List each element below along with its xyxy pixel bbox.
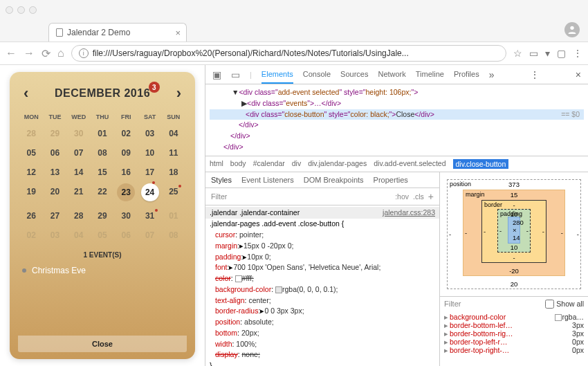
computed-properties[interactable]: ▸background-colorrgba…▸border-bottom-lef… — [440, 311, 588, 356]
css-declaration[interactable]: border-radius:▸0 0 3px 3px; — [205, 306, 439, 317]
calendar-day[interactable]: 21 — [67, 187, 91, 201]
calendar-day[interactable]: 19 — [19, 187, 43, 201]
calendar-day[interactable]: 08 — [91, 148, 114, 158]
calendar-day[interactable]: 07 — [138, 230, 161, 240]
computed-property[interactable]: ▸border-top-left-r…0px — [444, 338, 584, 346]
window-close-dot[interactable] — [6, 6, 13, 14]
calendar-day[interactable]: 31 — [138, 211, 161, 221]
calendar-day[interactable]: 24 — [141, 183, 159, 201]
styles-subtab[interactable]: Properties — [374, 176, 408, 184]
calendar-day[interactable]: 09 — [114, 148, 138, 158]
browser-tab[interactable]: Jalendar 2 Demo × — [48, 23, 187, 42]
css-source-link[interactable]: jalendar.css:283 — [383, 208, 435, 219]
breadcrumb-item[interactable]: div.jalendar-pages — [308, 159, 367, 169]
elements-tree[interactable]: ▼<div class="add-event selected" style="… — [205, 84, 588, 156]
address-bar[interactable]: i file:///Users/raguay/Dropbox%20(Person… — [71, 45, 506, 62]
css-declaration[interactable]: margin:▸15px 0 -20px 0; — [205, 241, 439, 252]
computed-filter-input[interactable]: Filter — [444, 300, 461, 308]
computed-property[interactable]: ▸border-top-right-…0px — [444, 346, 584, 354]
calendar-day[interactable]: 30 — [67, 129, 91, 138]
css-declaration[interactable]: cursor: pointer; — [205, 230, 439, 241]
css-declaration[interactable]: padding:▸10px 0; — [205, 252, 439, 263]
devtools-tab[interactable]: Sources — [340, 70, 368, 79]
devtools-tab[interactable]: Timeline — [416, 70, 444, 79]
calendar-day[interactable]: 20 — [43, 187, 66, 201]
calendar-day[interactable]: 22 — [91, 187, 114, 201]
computed-property[interactable]: ▸border-bottom-lef…3px — [444, 321, 584, 329]
menu-icon[interactable]: ⋮ — [573, 48, 582, 59]
close-icon[interactable]: × — [175, 28, 181, 38]
calendar-day[interactable]: 05 — [91, 230, 114, 240]
calendar-day[interactable]: 03 — [138, 129, 161, 138]
calendar-day[interactable]: 10 — [138, 148, 161, 158]
calendar-day[interactable]: 07 — [67, 148, 91, 158]
calendar-day[interactable]: 04 — [162, 129, 185, 138]
more-tabs-icon[interactable]: » — [489, 69, 495, 80]
styles-subtab[interactable]: Styles — [211, 176, 232, 184]
breadcrumb-item[interactable]: div.close-button — [453, 159, 509, 169]
elements-breadcrumb[interactable]: htmlbody#calendardivdiv.jalendar-pagesdi… — [205, 156, 588, 172]
forward-button[interactable]: → — [24, 47, 35, 60]
calendar-day[interactable]: 01 — [91, 129, 114, 138]
calendar-day[interactable]: 23 — [117, 183, 135, 201]
calendar-day[interactable]: 12 — [19, 167, 43, 177]
user-avatar-icon[interactable] — [564, 22, 580, 37]
breadcrumb-item[interactable]: body — [230, 159, 246, 169]
calendar-day[interactable]: 06 — [114, 230, 138, 240]
close-button[interactable]: Close — [18, 336, 187, 352]
calendar-day[interactable]: 28 — [19, 129, 43, 138]
extension-icon[interactable]: ▭ — [529, 48, 538, 59]
css-declaration[interactable]: background-color: rgba(0, 0, 0, 0.1); — [205, 284, 439, 295]
devtools-close-icon[interactable]: × — [576, 69, 581, 80]
window-max-dot[interactable] — [29, 6, 37, 14]
inspect-icon[interactable]: ▣ — [212, 69, 221, 80]
css-declaration[interactable]: font:▸700 10px 'Open Sans', 'Helvetica N… — [205, 262, 439, 273]
devtools-tab[interactable]: Elements — [261, 70, 293, 84]
calendar-day[interactable]: 16 — [114, 167, 138, 177]
cast-icon[interactable]: ▢ — [557, 48, 566, 59]
breadcrumb-item[interactable]: html — [210, 159, 223, 169]
styles-subtab[interactable]: Event Listeners — [241, 176, 294, 184]
styles-filter-input[interactable]: Filter — [211, 192, 227, 201]
back-button[interactable]: ← — [6, 47, 17, 60]
calendar-day[interactable]: 08 — [162, 230, 185, 240]
calendar-day[interactable]: 26 — [19, 211, 43, 221]
calendar-day[interactable]: 15 — [91, 167, 114, 177]
box-model-diagram[interactable]: position 373 - - 20 margin 15 - - — [440, 172, 588, 296]
calendar-day[interactable]: 06 — [43, 148, 66, 158]
calendar-day[interactable]: 17 — [138, 167, 161, 177]
calendar-day[interactable]: 25 — [162, 187, 185, 201]
breadcrumb-item[interactable]: div — [292, 159, 301, 169]
calendar-day[interactable]: 28 — [67, 211, 91, 221]
event-list-item[interactable]: Christmas Eve — [19, 262, 185, 280]
cls-toggle[interactable]: .cls — [413, 192, 424, 201]
home-button[interactable]: ⌂ — [57, 47, 64, 60]
calendar-day[interactable]: 18 — [162, 167, 185, 177]
device-icon[interactable]: ▭ — [231, 69, 240, 80]
pocket-icon[interactable]: ▾ — [545, 48, 550, 59]
calendar-day[interactable]: 30 — [114, 211, 138, 221]
styles-subtabs[interactable]: StylesEvent ListenersDOM BreakpointsProp… — [205, 172, 439, 188]
css-declaration[interactable]: width: 100%; — [205, 339, 439, 350]
devtools-tab[interactable]: Console — [303, 70, 331, 79]
calendar-day[interactable]: 05 — [19, 148, 43, 158]
next-month-button[interactable]: › — [176, 84, 181, 102]
calendar-day[interactable]: 04 — [67, 230, 91, 240]
calendar-day[interactable]: 13 — [43, 167, 66, 177]
devtools-tab[interactable]: Profiles — [454, 70, 479, 79]
computed-property[interactable]: ▸border-bottom-rig…3px — [444, 329, 584, 338]
star-icon[interactable]: ☆ — [513, 48, 522, 59]
calendar-day[interactable]: 02 — [19, 230, 43, 240]
css-declaration[interactable]: display: none; — [205, 349, 439, 360]
hov-toggle[interactable]: :hov — [395, 192, 409, 201]
breadcrumb-item[interactable]: div.add-event.selected — [374, 159, 445, 169]
css-declaration[interactable]: position: absolute; — [205, 317, 439, 328]
calendar-day[interactable]: 11 — [162, 148, 185, 158]
calendar-day[interactable]: 29 — [91, 211, 114, 221]
calendar-day[interactable]: 29 — [43, 129, 66, 138]
css-declaration[interactable]: bottom: 20px; — [205, 328, 439, 339]
calendar-day[interactable]: 02 — [114, 129, 138, 138]
calendar-day[interactable]: 01 — [162, 211, 185, 221]
window-min-dot[interactable] — [17, 6, 25, 14]
devtools-menu-icon[interactable]: ⋮ — [530, 69, 540, 80]
